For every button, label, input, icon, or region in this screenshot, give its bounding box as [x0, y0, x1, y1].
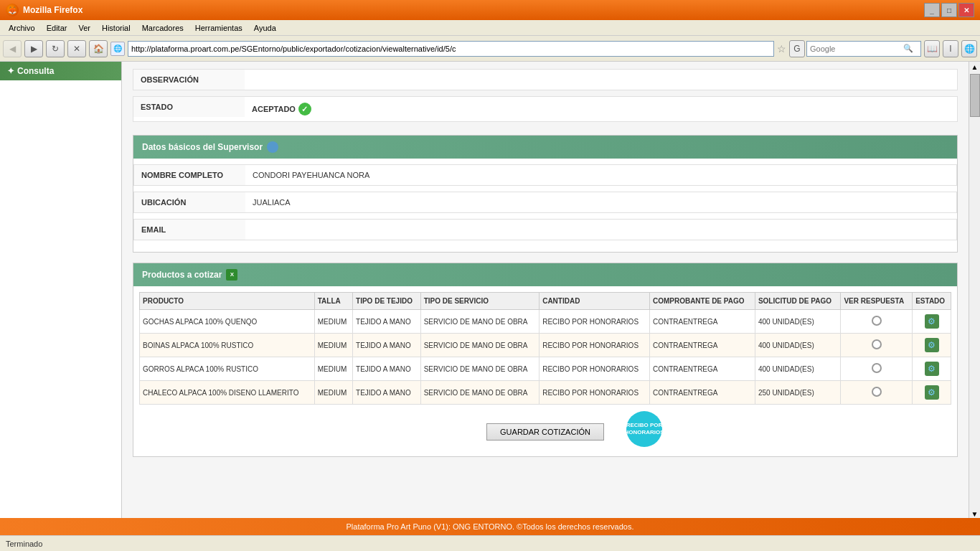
scrollbar[interactable]: ▲ ▼ [969, 62, 980, 518]
col-talla: TALLA [314, 293, 352, 310]
window-controls: _ □ ✕ [924, 3, 974, 17]
estado-label: ESTADO [133, 97, 245, 117]
cell-ver-respuesta[interactable] [841, 381, 913, 405]
refresh-button[interactable]: ↻ [46, 40, 65, 57]
cell-ver-respuesta[interactable] [841, 357, 913, 381]
menu-archivo[interactable]: Archivo [3, 22, 41, 34]
forward-button[interactable]: ▶ [24, 40, 43, 57]
cell-cantidad: RECIBO POR HONORARIOS [540, 334, 650, 357]
col-tipo-servicio: TIPO DE SERVICIO [420, 293, 540, 310]
products-section-header: Productos a cotizar X [133, 263, 957, 286]
bookmark-manager-button[interactable]: 📖 [924, 40, 940, 57]
search-engine-icon[interactable]: G [789, 40, 805, 57]
home-button[interactable]: 🏠 [89, 40, 108, 57]
footer-text: Plataforma Pro Art Puno (V1): ONG ENTORN… [346, 522, 633, 531]
menu-editar[interactable]: Editar [41, 22, 73, 34]
nombre-value: CONDORI PAYEHUANCA NORA [245, 165, 956, 185]
menu-herramientas[interactable]: Herramientas [189, 22, 248, 34]
close-button[interactable]: ✕ [958, 3, 974, 17]
cell-solicitud: 400 UNIDAD(ES) [755, 310, 840, 334]
cell-solicitud: 250 UNIDAD(ES) [755, 381, 840, 405]
estado-text: ACEPTADO [252, 105, 296, 113]
cell-producto: GORROS ALPACA 100% RUSTICO [140, 357, 315, 381]
cell-tipo-tejido: TEJIDO A MANO [353, 334, 421, 357]
maximize-button[interactable]: □ [941, 3, 957, 17]
scroll-down-arrow[interactable]: ▼ [971, 510, 979, 518]
bookmark-star-icon[interactable]: ☆ [777, 43, 786, 55]
minimize-button[interactable]: _ [924, 3, 940, 17]
menu-historial[interactable]: Historial [96, 22, 136, 34]
radio-button[interactable] [872, 363, 882, 373]
table-row: CHALECO ALPACA 100% DISENO LLAMERITO MED… [140, 381, 951, 405]
back-button[interactable]: ◀ [3, 40, 22, 57]
action-icon[interactable] [925, 338, 939, 352]
cell-solicitud: 400 UNIDAD(ES) [755, 357, 840, 381]
col-cantidad: CANTIDAD [540, 293, 650, 310]
cell-tipo-tejido: TEJIDO A MANO [353, 381, 421, 405]
address-icon: 🌐 [110, 42, 125, 56]
excel-icon: X [226, 269, 237, 281]
radio-button[interactable] [872, 316, 882, 326]
title-bar: 🦊 Mozilla Firefox _ □ ✕ [0, 0, 980, 20]
ubicacion-value: JUALIACA [245, 192, 956, 212]
cell-estado[interactable] [913, 310, 951, 334]
cell-tipo-servicio: SERVICIO DE MANO DE OBRA [420, 381, 540, 405]
stop-button[interactable]: ✕ [67, 40, 86, 57]
email-value [245, 220, 956, 231]
menu-ver[interactable]: Ver [72, 22, 96, 34]
menu-marcadores[interactable]: Marcadores [136, 22, 189, 34]
main-content: OBSERVACIÓN ESTADO ACEPTADO ✓ Datos bási… [122, 62, 969, 518]
cell-estado[interactable] [913, 334, 951, 357]
cell-talla: MEDIUM [314, 381, 352, 405]
menu-ayuda[interactable]: Ayuda [248, 22, 282, 34]
action-icon[interactable] [925, 385, 939, 400]
guardar-cotizacion-button[interactable]: GUARDAR COTIZACIÓN [486, 423, 604, 441]
extra-button2[interactable]: 🌐 [961, 40, 977, 57]
action-icon[interactable] [925, 314, 939, 329]
products-table-container: PRODUCTO TALLA TIPO DE TEJIDO TIPO DE SE… [133, 286, 957, 410]
cell-talla: MEDIUM [314, 334, 352, 357]
search-bar: G 🔍 [789, 40, 921, 57]
browser-content: ✦ Consulta OBSERVACIÓN ESTADO ACEPTADO ✓ [0, 62, 980, 518]
email-label: EMAIL [134, 220, 245, 240]
radio-button[interactable] [872, 387, 882, 397]
cell-ver-respuesta[interactable] [841, 334, 913, 357]
scroll-thumb[interactable] [970, 74, 980, 117]
observacion-row: OBSERVACIÓN [133, 69, 958, 90]
scroll-up-arrow[interactable]: ▲ [971, 63, 979, 71]
cell-cantidad: RECIBO POR HONORARIOS [540, 381, 650, 405]
products-section: Productos a cotizar X PRODUCTO TALLA TIP… [133, 263, 958, 457]
cell-talla: MEDIUM [314, 310, 352, 334]
sidebar-item-consulta[interactable]: ✦ Consulta [0, 62, 121, 80]
address-bar: 🌐 ☆ [110, 41, 786, 57]
accepted-badge: ACEPTADO ✓ [252, 103, 311, 116]
sidebar-consulta-label: Consulta [17, 66, 54, 76]
table-row: GOCHAS ALPACA 100% QUENQO MEDIUM TEJIDO … [140, 310, 951, 334]
extra-button1[interactable]: I [943, 40, 958, 57]
cell-producto: GOCHAS ALPACA 100% QUENQO [140, 310, 315, 334]
sidebar: ✦ Consulta [0, 62, 122, 518]
supervisor-person-icon [267, 141, 278, 153]
estado-row: ESTADO ACEPTADO ✓ [133, 96, 958, 122]
products-table: PRODUCTO TALLA TIPO DE TEJIDO TIPO DE SE… [139, 292, 951, 405]
cell-estado[interactable] [913, 381, 951, 405]
table-row: BOINAS ALPACA 100% RUSTICO MEDIUM TEJIDO… [140, 334, 951, 357]
products-title: Productos a cotizar [142, 270, 222, 280]
search-box[interactable]: 🔍 [806, 41, 921, 57]
cell-cantidad: RECIBO POR HONORARIOS [540, 310, 650, 334]
address-input[interactable] [128, 41, 774, 57]
action-icon[interactable] [925, 362, 939, 376]
cell-cantidad: RECIBO POR HONORARIOS [540, 357, 650, 381]
cell-estado[interactable] [913, 357, 951, 381]
firefox-icon: 🦊 [6, 4, 19, 17]
search-input[interactable] [810, 44, 903, 53]
radio-button[interactable] [872, 339, 882, 349]
cell-ver-respuesta[interactable] [841, 310, 913, 334]
cell-tipo-servicio: SERVICIO DE MANO DE OBRA [420, 357, 540, 381]
observacion-value [245, 70, 957, 81]
col-ver-respuesta: VER RESPUESTA [841, 293, 913, 310]
browser-statusbar: Terminado [0, 535, 980, 551]
col-estado: ESTADO [913, 293, 951, 310]
ubicacion-row: UBICACIÓN JUALIACA [133, 192, 957, 213]
col-solicitud: SOLICITUD DE PAGO [755, 293, 840, 310]
